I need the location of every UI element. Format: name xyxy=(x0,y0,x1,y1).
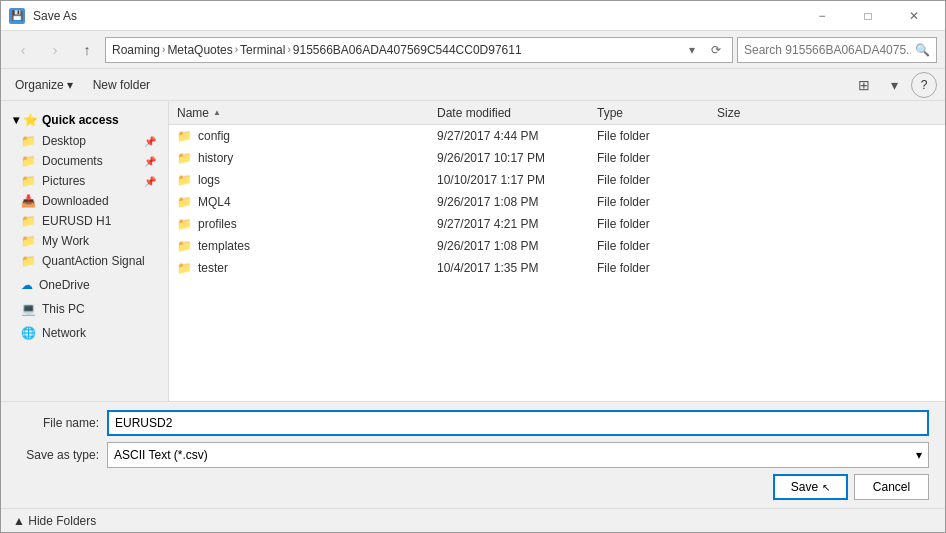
forward-button[interactable]: › xyxy=(41,36,69,64)
breadcrumb-metaquotes[interactable]: MetaQuotes xyxy=(167,43,232,57)
sidebar-item-label: OneDrive xyxy=(39,278,90,292)
title-bar-controls: − □ ✕ xyxy=(799,1,937,31)
minimize-button[interactable]: − xyxy=(799,1,845,31)
file-type: File folder xyxy=(597,173,717,187)
column-header-date[interactable]: Date modified xyxy=(437,106,597,120)
cursor-indicator: ↖ xyxy=(822,482,830,493)
address-toolbar: ‹ › ↑ Roaming › MetaQuotes › Terminal › … xyxy=(1,31,945,69)
address-bar[interactable]: Roaming › MetaQuotes › Terminal › 915566… xyxy=(105,37,733,63)
sidebar-item-label: Pictures xyxy=(42,174,85,188)
organize-button[interactable]: Organize ▾ xyxy=(9,75,79,95)
file-type: File folder xyxy=(597,217,717,231)
title-bar: 💾 Save As − □ ✕ xyxy=(1,1,945,31)
folder-icon: 📁 xyxy=(21,174,36,188)
cancel-button[interactable]: Cancel xyxy=(854,474,929,500)
filename-row: File name: xyxy=(17,410,929,436)
main-content: ▾ ⭐ Quick access 📁 Desktop 📌 📁 Documents… xyxy=(1,101,945,401)
view-dropdown-button[interactable]: ▾ xyxy=(881,72,907,98)
file-date: 10/4/2017 1:35 PM xyxy=(437,261,597,275)
pin-icon: 📌 xyxy=(144,136,156,147)
filetype-row: Save as type: ASCII Text (*.csv) ▾ xyxy=(17,442,929,468)
column-type-label: Type xyxy=(597,106,623,120)
column-name-label: Name xyxy=(177,106,209,120)
quick-access-header[interactable]: ▾ ⭐ Quick access xyxy=(1,109,168,131)
file-list-header: Name ▲ Date modified Type Size xyxy=(169,101,945,125)
organize-chevron-icon: ▾ xyxy=(67,78,73,92)
column-header-size[interactable]: Size xyxy=(717,106,937,120)
view-button[interactable]: ⊞ xyxy=(851,72,877,98)
sidebar-item-pictures[interactable]: 📁 Pictures 📌 xyxy=(1,171,168,191)
title-bar-left: 💾 Save As xyxy=(9,8,77,24)
column-header-name[interactable]: Name ▲ xyxy=(177,106,437,120)
new-folder-button[interactable]: New folder xyxy=(87,75,156,95)
table-row[interactable]: 📁 logs 10/10/2017 1:17 PM File folder xyxy=(169,169,945,191)
table-row[interactable]: 📁 MQL4 9/26/2017 1:08 PM File folder xyxy=(169,191,945,213)
file-type: File folder xyxy=(597,151,717,165)
table-row[interactable]: 📁 templates 9/26/2017 1:08 PM File folde… xyxy=(169,235,945,257)
back-button[interactable]: ‹ xyxy=(9,36,37,64)
file-list: Name ▲ Date modified Type Size 📁 config … xyxy=(169,101,945,401)
sidebar-item-desktop[interactable]: 📁 Desktop 📌 xyxy=(1,131,168,151)
pin-icon: 📌 xyxy=(144,156,156,167)
table-row[interactable]: 📁 config 9/27/2017 4:44 PM File folder xyxy=(169,125,945,147)
sidebar-item-label: Downloaded xyxy=(42,194,109,208)
sidebar-item-label: This PC xyxy=(42,302,85,316)
address-dropdown-button[interactable]: ▾ xyxy=(682,40,702,60)
file-name: history xyxy=(198,151,233,165)
sidebar-item-downloaded[interactable]: 📥 Downloaded xyxy=(1,191,168,211)
save-button[interactable]: Save ↖ xyxy=(773,474,848,500)
filename-input[interactable] xyxy=(107,410,929,436)
refresh-button[interactable]: ⟳ xyxy=(706,40,726,60)
column-date-label: Date modified xyxy=(437,106,511,120)
folder-icon: 📁 xyxy=(21,234,36,248)
filetype-select[interactable]: ASCII Text (*.csv) ▾ xyxy=(107,442,929,468)
sort-arrow-icon: ▲ xyxy=(213,108,221,117)
table-row[interactable]: 📁 profiles 9/27/2017 4:21 PM File folder xyxy=(169,213,945,235)
folder-icon: 📁 xyxy=(177,173,192,187)
quick-access-section: ▾ ⭐ Quick access 📁 Desktop 📌 📁 Documents… xyxy=(1,109,168,271)
folder-icon: 📁 xyxy=(177,195,192,209)
breadcrumb: Roaming › MetaQuotes › Terminal › 915566… xyxy=(112,43,678,57)
breadcrumb-roaming[interactable]: Roaming xyxy=(112,43,160,57)
toolbar2-right: ⊞ ▾ ? xyxy=(851,72,937,98)
help-button[interactable]: ? xyxy=(911,72,937,98)
up-button[interactable]: ↑ xyxy=(73,36,101,64)
maximize-button[interactable]: □ xyxy=(845,1,891,31)
file-name: config xyxy=(198,129,230,143)
folder-download-icon: 📥 xyxy=(21,194,36,208)
sidebar-item-network[interactable]: 🌐 Network xyxy=(1,323,168,343)
hide-folders-label: Hide Folders xyxy=(28,514,96,528)
folder-icon: 📁 xyxy=(177,129,192,143)
sidebar-item-quantaction[interactable]: 📁 QuantAction Signal xyxy=(1,251,168,271)
network-icon: 🌐 xyxy=(21,326,36,340)
folder-icon: 📁 xyxy=(177,151,192,165)
computer-icon: 💻 xyxy=(21,302,36,316)
file-type: File folder xyxy=(597,129,717,143)
file-name: logs xyxy=(198,173,220,187)
sidebar-item-label: QuantAction Signal xyxy=(42,254,145,268)
sidebar-item-mywork[interactable]: 📁 My Work xyxy=(1,231,168,251)
organize-label: Organize xyxy=(15,78,64,92)
table-row[interactable]: 📁 tester 10/4/2017 1:35 PM File folder xyxy=(169,257,945,279)
column-header-type[interactable]: Type xyxy=(597,106,717,120)
folder-icon: 📁 xyxy=(177,239,192,253)
sidebar-item-eurusd[interactable]: 📁 EURUSD H1 xyxy=(1,211,168,231)
close-button[interactable]: ✕ xyxy=(891,1,937,31)
save-as-dialog: 💾 Save As − □ ✕ ‹ › ↑ Roaming › MetaQuot… xyxy=(0,0,946,533)
search-box[interactable]: 🔍 xyxy=(737,37,937,63)
file-rows: 📁 config 9/27/2017 4:44 PM File folder 📁… xyxy=(169,125,945,401)
file-date: 9/27/2017 4:21 PM xyxy=(437,217,597,231)
sidebar-item-onedrive[interactable]: ☁ OneDrive xyxy=(1,275,168,295)
table-row[interactable]: 📁 history 9/26/2017 10:17 PM File folder xyxy=(169,147,945,169)
file-type: File folder xyxy=(597,239,717,253)
breadcrumb-terminal[interactable]: Terminal xyxy=(240,43,285,57)
search-input[interactable] xyxy=(744,43,911,57)
sidebar-item-documents[interactable]: 📁 Documents 📌 xyxy=(1,151,168,171)
onedrive-section: ☁ OneDrive xyxy=(1,275,168,295)
sidebar-item-thispc[interactable]: 💻 This PC xyxy=(1,299,168,319)
breadcrumb-id[interactable]: 915566BA06ADA407569C544CC0D97611 xyxy=(293,43,522,57)
folder-icon: 📁 xyxy=(177,261,192,275)
onedrive-icon: ☁ xyxy=(21,278,33,292)
hide-folders-bar[interactable]: ▲ Hide Folders xyxy=(1,508,945,532)
sidebar-item-label: My Work xyxy=(42,234,89,248)
